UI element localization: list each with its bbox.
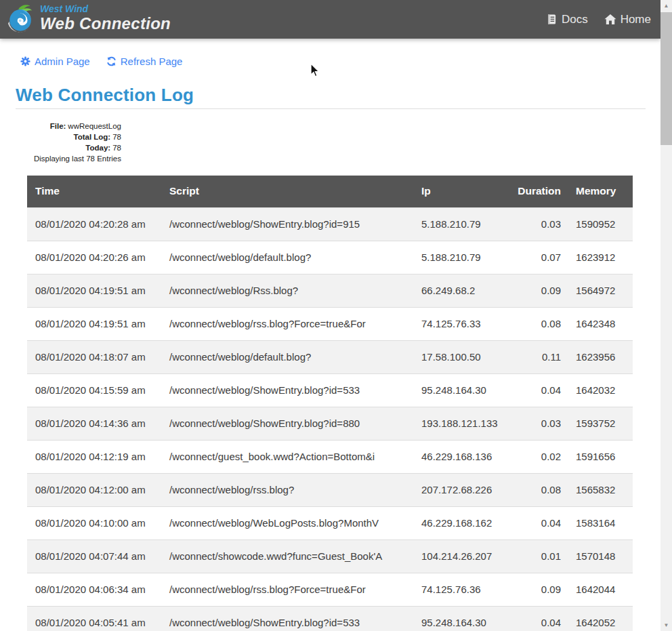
cell-script: /wconnect/weblog/Rss.blog?: [161, 274, 413, 307]
cell-memory: 1623912: [568, 241, 633, 274]
nav-docs-label: Docs: [562, 13, 588, 26]
log-table-row: 08/01/2020 04:12:19 am/wconnect/guest_bo…: [27, 440, 633, 473]
cell-memory: 1570148: [568, 540, 633, 573]
cell-time: 08/01/2020 04:15:59 am: [27, 373, 161, 407]
refresh-page-label: Refresh Page: [121, 56, 183, 67]
cell-script: /wconnect/weblog/ShowEntry.blog?id=533: [161, 373, 413, 407]
refresh-page-link[interactable]: Refresh Page: [106, 56, 183, 67]
log-info-block: File:wwRequestLog Total Log:78 Today:78 …: [16, 121, 121, 164]
cell-ip: 207.172.68.226: [413, 473, 508, 506]
info-today: Today:78: [16, 142, 121, 153]
cell-duration: 0.08: [508, 473, 568, 506]
page-toolbar: Admin Page Refresh Page: [20, 56, 182, 67]
cell-memory: 1590952: [568, 207, 633, 241]
cell-duration: 0.04: [508, 606, 568, 631]
cell-script: /wconnect/weblog/rss.blog?: [161, 473, 413, 506]
scroll-up-arrow-icon[interactable]: ▲: [660, 0, 672, 12]
col-header-memory: Memory: [568, 176, 633, 207]
cell-ip: 46.229.168.136: [413, 440, 508, 473]
cell-memory: 1642032: [568, 373, 633, 407]
cell-memory: 1591656: [568, 440, 633, 473]
log-table-row: 08/01/2020 04:18:07 am/wconnect/weblog/d…: [27, 340, 633, 373]
docs-icon: [546, 14, 558, 25]
log-table-row: 08/01/2020 04:05:41 am/wconnect/weblog/S…: [27, 606, 633, 631]
cell-script: /wconnect/weblog/WebLogPosts.blog?MonthV: [161, 506, 413, 540]
cell-duration: 0.04: [508, 373, 568, 407]
cell-script: /wconnect/weblog/ShowEntry.blog?id=880: [161, 407, 413, 440]
cell-script: /wconnect/weblog/default.blog?: [161, 340, 413, 373]
gear-icon: [20, 56, 30, 66]
cell-duration: 0.09: [508, 274, 568, 307]
cell-memory: 1642348: [568, 307, 633, 340]
info-displaying: Displaying last 78 Entries: [16, 153, 121, 164]
cell-ip: 5.188.210.79: [413, 241, 508, 274]
log-table-row: 08/01/2020 04:10:00 am/wconnect/weblog/W…: [27, 506, 633, 540]
log-table-row: 08/01/2020 04:14:36 am/wconnect/weblog/S…: [27, 407, 633, 440]
scrollbar-thumb[interactable]: [660, 12, 672, 145]
log-table-row: 08/01/2020 04:07:44 am/wconnect/showcode…: [27, 540, 633, 573]
nav-docs[interactable]: Docs: [546, 13, 588, 26]
cell-time: 08/01/2020 04:10:00 am: [27, 506, 161, 540]
refresh-icon: [106, 56, 117, 66]
log-table-row: 08/01/2020 04:12:00 am/wconnect/weblog/r…: [27, 473, 633, 506]
scroll-down-arrow-icon[interactable]: ▼: [660, 619, 672, 631]
log-table-row: 08/01/2020 04:20:26 am/wconnect/weblog/d…: [27, 241, 633, 274]
cell-ip: 66.249.68.2: [413, 274, 508, 307]
cell-duration: 0.01: [508, 540, 568, 573]
cell-time: 08/01/2020 04:12:00 am: [27, 473, 161, 506]
cell-ip: 193.188.121.133: [413, 407, 508, 440]
brand-bottom: Web Connection: [40, 14, 171, 33]
page-title: Web Connection Log: [16, 85, 194, 106]
cell-memory: 1623956: [568, 340, 633, 373]
log-table-header: Time Script Ip Duration Memory: [27, 176, 633, 207]
cell-script: /wconnect/weblog/default.blog?: [161, 241, 413, 274]
cell-memory: 1583164: [568, 506, 633, 540]
app-header: West Wind Web Connection Docs Home: [0, 0, 660, 39]
nav-home-label: Home: [621, 13, 651, 26]
cell-time: 08/01/2020 04:06:34 am: [27, 573, 161, 606]
home-icon: [604, 14, 616, 25]
cell-ip: 95.248.164.30: [413, 373, 508, 407]
col-header-script: Script: [161, 176, 413, 207]
cell-time: 08/01/2020 04:18:07 am: [27, 340, 161, 373]
cell-ip: 74.125.76.36: [413, 573, 508, 606]
cell-ip: 46.229.168.162: [413, 506, 508, 540]
cell-duration: 0.09: [508, 573, 568, 606]
log-table-row: 08/01/2020 04:19:51 am/wconnect/weblog/R…: [27, 274, 633, 307]
brand-top: West Wind: [40, 4, 171, 14]
cell-duration: 0.04: [508, 506, 568, 540]
log-table-row: 08/01/2020 04:06:34 am/wconnect/weblog/r…: [27, 573, 633, 606]
cell-ip: 17.58.100.50: [413, 340, 508, 373]
col-header-time: Time: [27, 176, 161, 207]
vertical-scrollbar: ▲ ▼: [660, 0, 672, 631]
cell-ip: 74.125.76.33: [413, 307, 508, 340]
admin-page-link[interactable]: Admin Page: [20, 56, 90, 67]
cell-ip: 5.188.210.79: [413, 207, 508, 241]
cell-time: 08/01/2020 04:19:51 am: [27, 307, 161, 340]
cell-memory: 1565832: [568, 473, 633, 506]
admin-page-label: Admin Page: [35, 56, 90, 67]
log-table-row: 08/01/2020 04:19:51 am/wconnect/weblog/r…: [27, 307, 633, 340]
cell-time: 08/01/2020 04:07:44 am: [27, 540, 161, 573]
info-file: File:wwRequestLog: [16, 121, 121, 131]
cell-script: /wconnect/weblog/ShowEntry.blog?id=915: [161, 207, 413, 241]
cell-duration: 0.03: [508, 207, 568, 241]
mouse-cursor-icon: [308, 63, 322, 78]
cell-memory: 1642052: [568, 606, 633, 631]
cell-script: /wconnect/weblog/rss.blog?Force=true&For: [161, 573, 413, 606]
nav-home[interactable]: Home: [604, 13, 651, 26]
cell-duration: 0.02: [508, 440, 568, 473]
cell-duration: 0.08: [508, 307, 568, 340]
cell-script: /wconnect/weblog/rss.blog?Force=true&For: [161, 307, 413, 340]
cell-script: /wconnect/weblog/ShowEntry.blog?id=533: [161, 606, 413, 631]
col-header-duration: Duration: [508, 176, 568, 207]
log-table-body: 08/01/2020 04:20:28 am/wconnect/weblog/S…: [27, 207, 633, 631]
info-total: Total Log:78: [16, 131, 121, 142]
cell-time: 08/01/2020 04:20:28 am: [27, 207, 161, 241]
cell-ip: 104.214.26.207: [413, 540, 508, 573]
cell-script: /wconnect/guest_book.wwd?Action=Bottom&i: [161, 440, 413, 473]
title-divider: [16, 108, 646, 109]
cell-time: 08/01/2020 04:19:51 am: [27, 274, 161, 307]
cell-time: 08/01/2020 04:14:36 am: [27, 407, 161, 440]
col-header-ip: Ip: [413, 176, 508, 207]
